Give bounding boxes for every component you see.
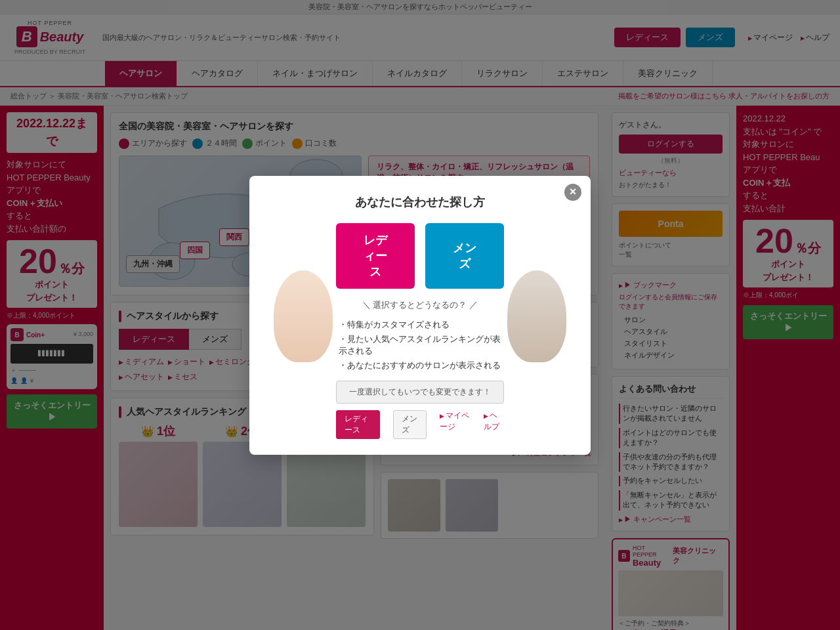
modal-ladies-person-img (274, 270, 333, 362)
modal-mens-button[interactable]: メンズ (425, 223, 504, 289)
modal-note-box: 一度選択してもいつでも変更できます！ (336, 381, 504, 404)
modal-dialog: × あなたに合わせた探し方 レディース メンズ ＼ 選択するとどうなるの？ ／ … (249, 176, 591, 455)
modal-gender-row: レディース メンズ (336, 223, 504, 289)
modal-footer-tab-ladies[interactable]: レディース (336, 410, 380, 439)
modal-help-link[interactable]: ヘルプ (484, 410, 504, 439)
modal-bullets: 特集がカスタマイズされる 見たい人気ヘアスタイルランキングが表示される あなたに… (336, 319, 504, 371)
modal-footer: レディース メンズ マイページ ヘルプ (336, 410, 504, 439)
modal-bullet-2: 見たい人気ヘアスタイルランキングが表示される (336, 333, 504, 357)
modal-bullet-3: あなたにおすすめのサロンが表示される (336, 360, 504, 371)
modal-ladies-button[interactable]: レディース (336, 223, 415, 289)
modal-mypage-link[interactable]: マイページ (440, 410, 471, 439)
modal-divider: ＼ 選択するとどうなるの？ ／ (336, 299, 504, 311)
modal-footer-tab-mens[interactable]: メンズ (393, 410, 427, 439)
modal-mens-person-img (507, 270, 566, 362)
modal-overlay: × あなたに合わせた探し方 レディース メンズ ＼ 選択するとどうなるの？ ／ … (0, 0, 840, 630)
modal-right-person (504, 194, 570, 439)
modal-inner: あなたに合わせた探し方 レディース メンズ ＼ 選択するとどうなるの？ ／ 特集… (270, 194, 570, 439)
modal-title: あなたに合わせた探し方 (336, 194, 504, 210)
modal-center: あなたに合わせた探し方 レディース メンズ ＼ 選択するとどうなるの？ ／ 特集… (336, 194, 504, 439)
modal-bullet-1: 特集がカスタマイズされる (336, 319, 504, 331)
modal-left-person (270, 194, 336, 439)
